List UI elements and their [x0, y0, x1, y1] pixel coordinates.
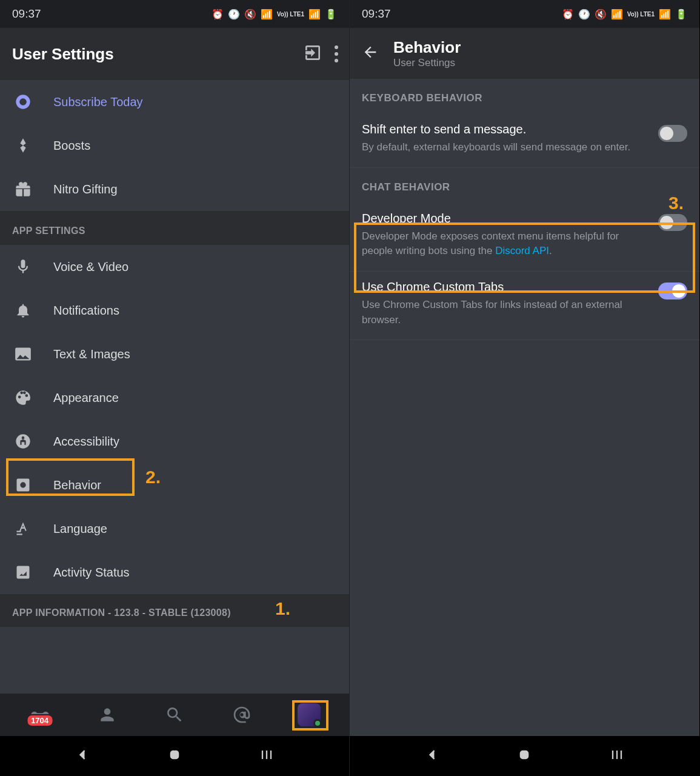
status-icons: ⏰ 🕐 🔇 📶 Vo)) LTE1 📶 🔋	[212, 8, 337, 20]
developer-mode-title: Developer Mode	[362, 212, 648, 226]
wifi-icon: 📶	[611, 8, 623, 20]
clock-icon: 🕐	[228, 8, 240, 20]
settings-screen: 09:37 ⏰ 🕐 🔇 📶 Vo)) LTE1 📶 🔋 User Setting…	[0, 0, 350, 776]
boosts-item[interactable]: Boosts	[0, 124, 349, 167]
gear-icon	[12, 477, 34, 493]
translate-icon	[12, 520, 34, 537]
activity-icon	[12, 564, 34, 581]
boost-icon	[12, 137, 34, 154]
behavior-label: Behavior	[53, 478, 101, 492]
more-menu-icon[interactable]	[335, 45, 338, 62]
mic-icon	[12, 258, 34, 275]
behavior-settings[interactable]: KEYBOARD BEHAVIOR Shift enter to send a …	[350, 79, 699, 736]
boosts-label: Boosts	[53, 139, 90, 153]
tab-home[interactable]: 1704	[23, 698, 57, 732]
header: Behavior User Settings	[350, 28, 699, 79]
nav-home[interactable]	[166, 746, 183, 766]
alarm-icon: ⏰	[562, 8, 574, 20]
svg-rect-1	[521, 751, 528, 758]
shift-enter-toggle[interactable]	[658, 125, 687, 142]
text-images-label: Text & Images	[53, 347, 130, 361]
lte-icon: Vo)) LTE1	[627, 11, 655, 18]
chrome-tabs-desc: Use Chrome Custom Tabs for links instead…	[362, 298, 648, 327]
image-icon	[12, 346, 34, 363]
badge-count: 1704	[26, 714, 53, 727]
language-item[interactable]: Language	[0, 507, 349, 550]
chrome-tabs-setting[interactable]: Use Chrome Custom Tabs Use Chrome Custom…	[350, 272, 699, 340]
behavior-screen: 09:37 ⏰ 🕐 🔇 📶 Vo)) LTE1 📶 🔋 Behavior Use…	[350, 0, 699, 776]
login-icon[interactable]	[303, 43, 322, 65]
tab-bar: 1704	[0, 694, 349, 736]
bell-icon	[12, 302, 34, 319]
voice-video-label: Voice & Video	[53, 260, 128, 274]
nitro-section: Subscribe Today Boosts Nitro Gifting	[0, 80, 349, 211]
page-title: Behavior	[393, 38, 461, 57]
lte-icon: Vo)) LTE1	[277, 11, 304, 18]
tab-profile[interactable]	[292, 698, 326, 732]
status-bar: 09:37 ⏰ 🕐 🔇 📶 Vo)) LTE1 📶 🔋	[350, 0, 699, 28]
notifications-label: Notifications	[53, 304, 119, 318]
nitro-gifting-item[interactable]: Nitro Gifting	[0, 167, 349, 211]
activity-status-item[interactable]: Activity Status	[0, 550, 349, 594]
shift-enter-setting[interactable]: Shift enter to send a message. By defaul…	[350, 114, 699, 168]
battery-icon: 🔋	[325, 8, 337, 20]
settings-list[interactable]: Subscribe Today Boosts Nitro Gifting APP…	[0, 80, 349, 694]
header-actions	[303, 43, 338, 65]
behavior-item[interactable]: Behavior	[0, 463, 349, 507]
android-nav	[0, 736, 349, 776]
chat-behavior-header: CHAT BEHAVIOR	[350, 168, 699, 203]
chrome-tabs-toggle[interactable]	[658, 283, 687, 299]
app-settings-header: APP SETTINGS	[0, 211, 349, 245]
alarm-icon: ⏰	[212, 8, 224, 20]
nitro-icon	[12, 93, 34, 110]
accessibility-item[interactable]: Accessibility	[0, 420, 349, 463]
app-info-header: APP INFORMATION - 123.8 - STABLE (123008…	[0, 594, 349, 627]
developer-mode-setting[interactable]: Developer Mode Developer Mode exposes co…	[350, 203, 699, 272]
header-text: Behavior User Settings	[393, 38, 461, 69]
discord-api-link[interactable]: Discord API	[495, 245, 549, 256]
gifting-label: Nitro Gifting	[53, 182, 118, 196]
clock: 09:37	[362, 7, 391, 21]
activity-status-label: Activity Status	[53, 566, 130, 580]
developer-mode-toggle[interactable]	[658, 214, 687, 231]
appearance-item[interactable]: Appearance	[0, 376, 349, 420]
tab-friends[interactable]	[90, 698, 124, 732]
accessibility-icon	[12, 433, 34, 450]
nav-home[interactable]	[516, 746, 533, 766]
page-subtitle: User Settings	[393, 57, 461, 69]
tab-mentions[interactable]	[225, 698, 259, 732]
avatar	[298, 703, 321, 726]
page-title: User Settings	[12, 45, 114, 64]
accessibility-label: Accessibility	[53, 435, 119, 449]
battery-icon: 🔋	[675, 8, 687, 20]
shift-enter-title: Shift enter to send a message.	[362, 122, 648, 136]
subscribe-label: Subscribe Today	[53, 95, 143, 109]
signal-icon: 📶	[659, 8, 671, 20]
mute-icon: 🔇	[595, 8, 607, 20]
tab-search[interactable]	[158, 698, 192, 732]
signal-icon: 📶	[308, 8, 321, 20]
status-dot	[313, 719, 322, 728]
subscribe-today-item[interactable]: Subscribe Today	[0, 80, 349, 124]
gift-icon	[12, 181, 34, 198]
developer-mode-desc: Developer Mode exposes context menu item…	[362, 229, 648, 259]
svg-rect-0	[171, 751, 178, 758]
android-nav	[350, 736, 699, 776]
nav-recents[interactable]	[608, 746, 625, 766]
voice-video-item[interactable]: Voice & Video	[0, 245, 349, 289]
text-images-item[interactable]: Text & Images	[0, 332, 349, 376]
notifications-item[interactable]: Notifications	[0, 289, 349, 332]
language-label: Language	[53, 522, 107, 536]
nav-back[interactable]	[424, 746, 441, 766]
header: User Settings	[0, 28, 349, 80]
wifi-icon: 📶	[261, 8, 273, 20]
appearance-label: Appearance	[53, 391, 119, 405]
shift-enter-desc: By default, external keyboards will send…	[362, 140, 648, 155]
nav-recents[interactable]	[258, 746, 275, 766]
chrome-tabs-title: Use Chrome Custom Tabs	[362, 280, 648, 294]
clock: 09:37	[12, 7, 41, 21]
nav-back[interactable]	[74, 746, 91, 766]
mute-icon: 🔇	[244, 8, 256, 20]
palette-icon	[12, 389, 34, 406]
back-arrow-icon[interactable]	[362, 44, 379, 63]
